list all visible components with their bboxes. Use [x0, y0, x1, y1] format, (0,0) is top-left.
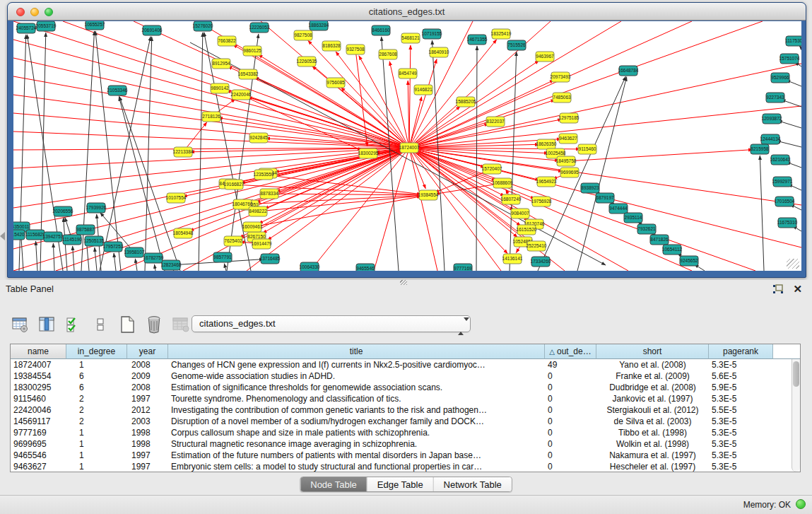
- cell-in_degree[interactable]: 1: [66, 427, 127, 438]
- column-header-year[interactable]: year: [127, 344, 168, 359]
- cell-year[interactable]: 1997: [127, 393, 168, 404]
- cell-year[interactable]: 2008: [127, 382, 168, 393]
- cell-out_degree[interactable]: 0: [545, 427, 596, 438]
- cell-in_degree[interactable]: 2: [66, 404, 127, 416]
- cell-name[interactable]: 18724007: [11, 359, 66, 370]
- cell-short[interactable]: Jankovic et al. (1997): [596, 393, 709, 404]
- network-canvas[interactable]: 2405572420553719106552572069140615276020…: [13, 21, 801, 271]
- cell-name[interactable]: 9777169: [11, 427, 66, 438]
- cell-short[interactable]: Hescheler et al. (1997): [596, 461, 709, 472]
- cell-name[interactable]: 18300295: [11, 382, 66, 393]
- minimize-window-icon[interactable]: [30, 8, 39, 16]
- cell-pagerank[interactable]: 5.3E-5: [709, 450, 773, 461]
- cell-name[interactable]: 22420046: [11, 404, 66, 416]
- cell-out_degree[interactable]: 0: [545, 438, 596, 450]
- close-panel-icon[interactable]: ✕: [793, 283, 802, 296]
- column-header-short[interactable]: short: [596, 344, 709, 359]
- cell-in_degree[interactable]: 6: [66, 370, 127, 382]
- cell-name[interactable]: 9699695: [11, 438, 66, 450]
- cell-title[interactable]: Investigating the contribution of common…: [168, 404, 545, 416]
- cell-out_degree[interactable]: 49: [545, 359, 596, 370]
- memory-ok-indicator[interactable]: [796, 499, 806, 509]
- cell-pagerank[interactable]: 5.3E-5: [709, 438, 773, 450]
- cell-name[interactable]: 9115460: [11, 393, 66, 404]
- tab-network-table[interactable]: Network Table: [434, 477, 512, 491]
- column-header-out_degree[interactable]: △out_de…: [545, 344, 596, 359]
- cell-title[interactable]: Estimation of the future numbers of pati…: [168, 450, 545, 461]
- network-graph[interactable]: 2405572420553719106552572069140615276020…: [13, 21, 801, 271]
- cell-year[interactable]: 2003: [127, 416, 168, 427]
- cell-out_degree[interactable]: 0: [545, 370, 596, 382]
- close-window-icon[interactable]: [16, 8, 25, 16]
- cell-pagerank[interactable]: 5.3E-5: [709, 461, 773, 472]
- cell-year[interactable]: 1997: [127, 461, 168, 472]
- cell-short[interactable]: Franke et al. (2009): [596, 370, 709, 382]
- cell-in_degree[interactable]: 1: [66, 438, 127, 450]
- column-header-pagerank[interactable]: pagerank: [709, 344, 773, 359]
- canvas-resize-grip[interactable]: [787, 259, 799, 269]
- table-scrollbar[interactable]: [792, 359, 800, 472]
- table-row[interactable]: 946554611997Estimation of the future num…: [11, 450, 792, 461]
- table-row[interactable]: 1938455462009Genome-wide association stu…: [11, 370, 792, 382]
- cell-in_degree[interactable]: 6: [66, 382, 127, 393]
- cell-pagerank[interactable]: 5.6E-5: [709, 370, 773, 382]
- column-header-name[interactable]: name: [11, 344, 66, 359]
- table-row[interactable]: 1456911722003Disruption of a novel membe…: [11, 416, 792, 427]
- cell-title[interactable]: Tourette syndrome. Phenomenology and cla…: [168, 393, 545, 404]
- table-row[interactable]: 1830029562008Estimation of significance …: [11, 382, 792, 393]
- table-row[interactable]: 977716911998Corpus callosum shape and si…: [11, 427, 792, 438]
- table-row[interactable]: 2242004622012Investigating the contribut…: [11, 404, 792, 416]
- cell-short[interactable]: Tibbo et al. (1998): [596, 427, 709, 438]
- cell-short[interactable]: Stergiakouli et al. (2012): [596, 404, 709, 416]
- cell-short[interactable]: Dudbridge et al. (2008): [596, 382, 709, 393]
- window-titlebar[interactable]: citations_edges.txt: [8, 3, 806, 21]
- cell-title[interactable]: Embryonic stem cells: a model to study s…: [168, 461, 545, 472]
- cell-in_degree[interactable]: 2: [66, 393, 127, 404]
- table-settings-button[interactable]: [10, 315, 30, 334]
- cell-in_degree[interactable]: 2: [66, 416, 127, 427]
- cell-title[interactable]: Genome-wide association studies in ADHD.: [168, 370, 545, 382]
- splitter-grip[interactable]: [400, 280, 407, 285]
- cell-short[interactable]: Wolkin et al. (1998): [596, 438, 709, 450]
- cell-name[interactable]: 19384554: [11, 370, 66, 382]
- cell-year[interactable]: 1998: [127, 438, 168, 450]
- cell-out_degree[interactable]: 0: [545, 393, 596, 404]
- cell-title[interactable]: Changes of HCN gene expression and I(f) …: [168, 359, 545, 370]
- table-row[interactable]: 911546021997Tourette syndrome. Phenomeno…: [11, 393, 792, 404]
- cell-pagerank[interactable]: 5.9E-5: [709, 382, 773, 393]
- cell-title[interactable]: Disruption of a novel member of a sodium…: [168, 416, 545, 427]
- new-table-button[interactable]: [117, 315, 137, 334]
- cell-out_degree[interactable]: 0: [545, 382, 596, 393]
- table-select-dropdown[interactable]: citations_edges.txt: [192, 315, 471, 332]
- table-row[interactable]: 969969511998Structural magnetic resonanc…: [11, 438, 792, 450]
- scrollbar-thumb[interactable]: [793, 361, 799, 387]
- column-header-title[interactable]: title: [168, 344, 545, 359]
- select-all-button[interactable]: [64, 315, 83, 334]
- cell-short[interactable]: Nakamura et al. (1997): [596, 450, 709, 461]
- show-column-button[interactable]: [37, 315, 57, 334]
- cell-title[interactable]: Estimation of significance thresholds fo…: [168, 382, 545, 393]
- cell-short[interactable]: Yano et al. (2008): [596, 359, 709, 370]
- cell-out_degree[interactable]: 0: [545, 450, 596, 461]
- import-table-button[interactable]: [171, 315, 191, 334]
- column-header-in_degree[interactable]: in_degree: [66, 344, 127, 359]
- cell-pagerank[interactable]: 5.5E-5: [709, 404, 773, 416]
- cell-name[interactable]: 9463627: [11, 461, 66, 472]
- cell-out_degree[interactable]: 0: [545, 461, 596, 472]
- cell-year[interactable]: 1998: [127, 427, 168, 438]
- cell-year[interactable]: 2012: [127, 404, 168, 416]
- table-row[interactable]: 1872400712008Changes of HCN gene express…: [11, 359, 792, 370]
- zoom-window-icon[interactable]: [45, 8, 53, 16]
- cell-pagerank[interactable]: 5.3E-5: [709, 359, 773, 370]
- cell-pagerank[interactable]: 5.3E-5: [709, 393, 773, 404]
- cell-in_degree[interactable]: 1: [66, 359, 127, 370]
- cell-out_degree[interactable]: 0: [545, 416, 596, 427]
- cell-year[interactable]: 2008: [127, 359, 168, 370]
- float-panel-icon[interactable]: [772, 284, 784, 294]
- panel-collapse-arrow-icon[interactable]: [0, 232, 5, 240]
- tab-node-table[interactable]: Node Table: [300, 477, 367, 491]
- delete-table-button[interactable]: [144, 315, 164, 334]
- cell-title[interactable]: Corpus callosum shape and size in male p…: [168, 427, 545, 438]
- cell-year[interactable]: 2009: [127, 370, 168, 382]
- table-row[interactable]: 946362711997Embryonic stem cells: a mode…: [11, 461, 792, 472]
